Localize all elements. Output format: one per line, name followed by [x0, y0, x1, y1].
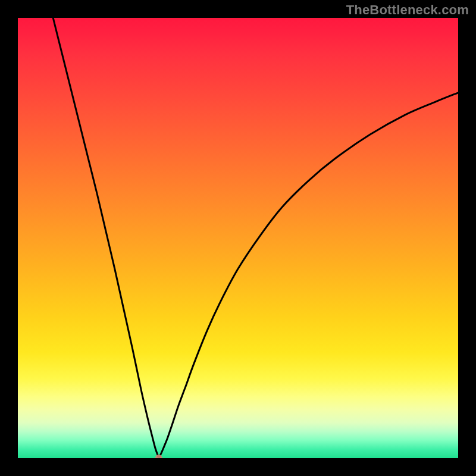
watermark-text: TheBottleneck.com: [346, 2, 469, 18]
chart-frame: TheBottleneck.com: [0, 0, 476, 476]
bottleneck-curve: [53, 18, 458, 458]
curve-layer: [18, 18, 458, 458]
plot-area: [18, 18, 458, 458]
